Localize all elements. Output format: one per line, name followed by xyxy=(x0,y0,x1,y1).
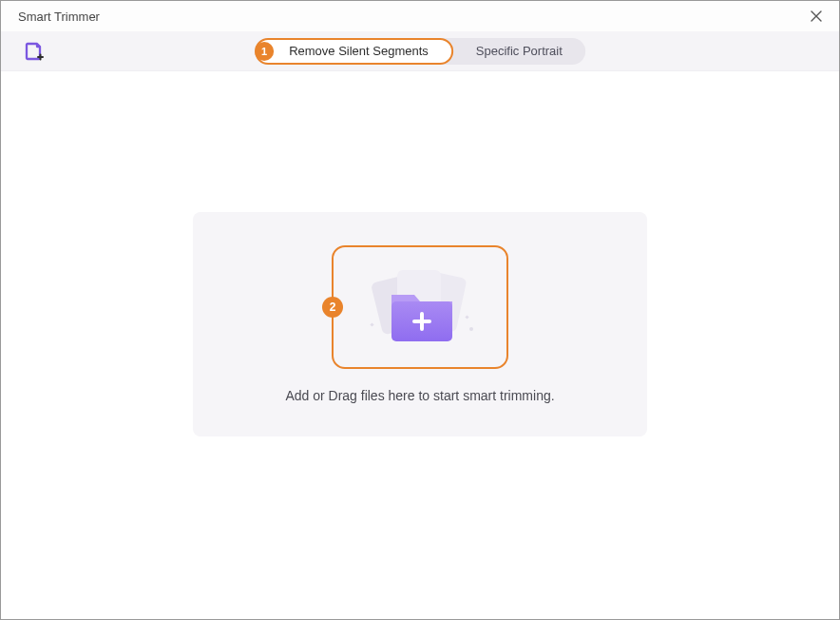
step-badge-2: 2 xyxy=(322,297,343,318)
tab-remove-silent-segments[interactable]: 1 Remove Silent Segments xyxy=(255,38,453,65)
step-badge-1: 1 xyxy=(255,42,274,61)
drop-hint-text: Add or Drag files here to start smart tr… xyxy=(285,388,554,403)
window-title: Smart Trimmer xyxy=(18,10,100,24)
drop-card: 2 xyxy=(193,212,647,436)
folder-add-icon xyxy=(353,261,487,354)
close-button[interactable] xyxy=(807,7,826,26)
close-icon xyxy=(811,10,822,22)
header-band: 1 Remove Silent Segments Specific Portra… xyxy=(1,31,839,71)
svg-point-3 xyxy=(469,327,473,331)
window-titlebar: Smart Trimmer xyxy=(1,1,839,31)
app-icon xyxy=(24,42,45,63)
mode-tabs: 1 Remove Silent Segments Specific Portra… xyxy=(255,38,585,65)
file-drop-zone[interactable]: 2 xyxy=(332,245,508,369)
tab-label: Specific Portrait xyxy=(476,44,563,58)
tab-specific-portrait[interactable]: Specific Portrait xyxy=(453,38,585,65)
main-area: 2 xyxy=(1,71,839,619)
tab-label: Remove Silent Segments xyxy=(289,44,429,58)
